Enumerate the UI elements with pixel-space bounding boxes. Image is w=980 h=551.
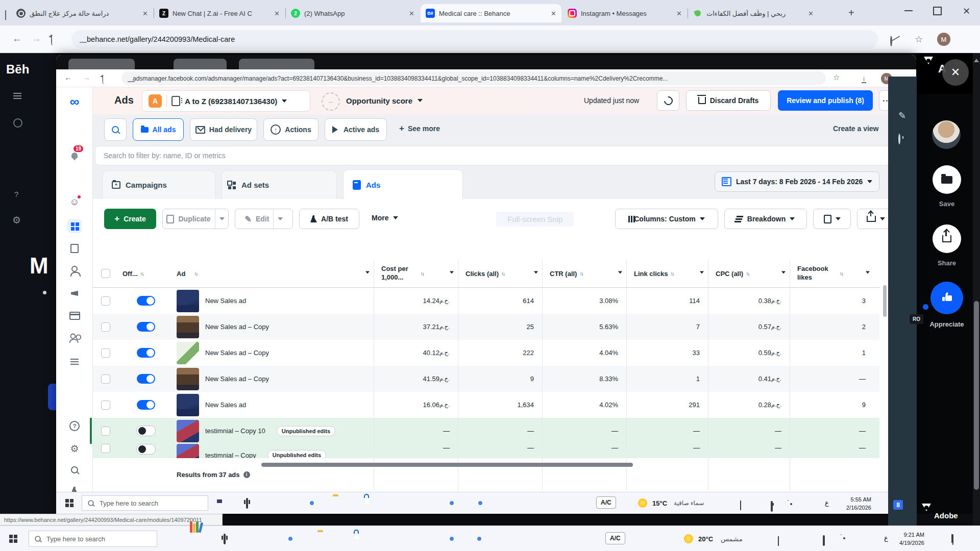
opportunity-score-label[interactable]: Opportunity score bbox=[346, 96, 412, 105]
ad-name[interactable]: New Sales ad – Copy bbox=[205, 323, 269, 331]
column-header-facebook-likes[interactable]: Facebook likes↑↓ bbox=[790, 260, 874, 287]
table-row[interactable]: testimnial – Copy Unpublished edits — — … bbox=[93, 444, 879, 458]
row-checkbox[interactable] bbox=[101, 374, 110, 384]
ad-toggle[interactable] bbox=[137, 322, 155, 332]
owner-avatar[interactable] bbox=[932, 120, 961, 149]
ad-toggle[interactable] bbox=[137, 374, 155, 384]
chrome-app-icon[interactable] bbox=[445, 496, 458, 510]
inner-reload-button[interactable] bbox=[102, 76, 104, 83]
network-icon[interactable] bbox=[787, 501, 789, 510]
tab-campaigns[interactable]: Campaigns bbox=[102, 170, 215, 199]
ac-widget[interactable]: A/C bbox=[596, 496, 616, 509]
tab-close-icon[interactable]: ✕ bbox=[676, 10, 682, 17]
search-button[interactable] bbox=[104, 118, 127, 141]
tab-close-icon[interactable]: ✕ bbox=[274, 10, 280, 17]
inner-tab[interactable] bbox=[68, 59, 135, 69]
create-button[interactable]: +Create bbox=[104, 209, 156, 229]
tab-close-icon[interactable]: ✕ bbox=[808, 10, 814, 17]
firefox-app-icon[interactable] bbox=[418, 496, 431, 510]
chrome-app-icon[interactable] bbox=[473, 532, 486, 545]
columns-button[interactable]: Columns: Custom bbox=[615, 209, 718, 229]
window-close-button[interactable]: ✕ bbox=[963, 6, 970, 17]
taskbar-search-input[interactable]: Type here to search bbox=[82, 495, 208, 511]
inner-bookmark-star-icon[interactable]: ☆ bbox=[833, 73, 840, 81]
row-checkbox[interactable] bbox=[101, 322, 110, 332]
weather-condition[interactable]: مشمس bbox=[721, 535, 743, 543]
account-selector[interactable]: A A to Z (692381407136430) bbox=[142, 90, 310, 112]
tab-search-chevron-icon[interactable] bbox=[5, 10, 6, 19]
chevron-down-icon[interactable] bbox=[278, 217, 283, 220]
row-checkbox[interactable] bbox=[101, 400, 110, 410]
collaborators-icon[interactable] bbox=[67, 331, 82, 345]
task-view-button[interactable] bbox=[246, 499, 248, 508]
ad-toggle[interactable] bbox=[136, 444, 156, 455]
clock-widget[interactable]: 9:21 AM4/19/2026 bbox=[899, 531, 924, 547]
meta-logo-icon[interactable]: ∞ bbox=[67, 94, 82, 109]
ad-toggle[interactable] bbox=[137, 348, 155, 358]
inner-back-button[interactable]: ← bbox=[64, 73, 72, 82]
ad-name[interactable]: New Sales ad bbox=[205, 401, 246, 409]
save-button[interactable] bbox=[933, 165, 961, 194]
task-view-button[interactable] bbox=[224, 535, 226, 544]
refresh-button[interactable] bbox=[657, 90, 679, 111]
ad-name[interactable]: New Sales ad – Copy bbox=[205, 349, 269, 357]
bookmark-star-icon[interactable]: ☆ bbox=[915, 35, 923, 44]
column-header-ad[interactable]: Ad↑↓ bbox=[174, 260, 374, 287]
ad-name[interactable]: testimnial – Copy bbox=[205, 452, 256, 459]
browser-tab[interactable]: ربحي | وظّف أفضل الكفاءات ✕ bbox=[688, 4, 819, 22]
ad-toggle[interactable] bbox=[137, 296, 155, 306]
clock-widget[interactable]: 5:55 AM2/16/2026 bbox=[846, 496, 871, 512]
chrome-app-icon[interactable] bbox=[284, 532, 297, 545]
table-search-input[interactable]: Search to filter by: name, ID or metrics bbox=[95, 146, 891, 165]
table-row[interactable]: New Sales ad 16.06ج.م. 1,634 4.02% 291 0… bbox=[93, 392, 879, 418]
table-row[interactable]: New Sales ad – Copy 37.21ج.م. 25 5.63% 7… bbox=[93, 314, 879, 340]
column-header-off[interactable]: Off...↑↓ bbox=[118, 260, 174, 287]
weather-condition[interactable]: سماء صافية bbox=[674, 499, 704, 507]
filter-actions[interactable]: ↑Actions bbox=[263, 118, 318, 141]
tab-close-icon[interactable]: ✕ bbox=[551, 10, 556, 17]
reload-button[interactable] bbox=[51, 36, 53, 45]
more-button[interactable]: More bbox=[372, 214, 398, 222]
ad-name[interactable]: New Sales ad bbox=[205, 297, 246, 305]
chrome-app-icon[interactable] bbox=[474, 496, 487, 510]
appreciate-button[interactable] bbox=[930, 282, 963, 314]
ab-test-button[interactable]: A/B test bbox=[299, 209, 359, 229]
password-eye-icon[interactable] bbox=[890, 37, 892, 46]
forward-button[interactable]: → bbox=[32, 33, 41, 44]
store-app-icon[interactable] bbox=[360, 496, 374, 510]
weather-temp[interactable]: 20°C bbox=[698, 535, 713, 543]
search-nav-icon[interactable] bbox=[67, 463, 82, 477]
table-row[interactable]: New Sales ad 14.24ج.م. 614 3.08% 114 0.3… bbox=[93, 288, 879, 314]
back-button[interactable]: ← bbox=[12, 33, 22, 44]
inner-tab[interactable] bbox=[239, 59, 314, 69]
column-header-cpc[interactable]: CPC (all)↑↓ bbox=[708, 260, 790, 287]
edit-button[interactable]: ✎Edit bbox=[235, 209, 293, 229]
all-tools-icon[interactable] bbox=[67, 355, 82, 369]
filter-active-ads[interactable]: Active ads bbox=[325, 118, 387, 141]
chrome-app-icon[interactable] bbox=[305, 496, 318, 510]
experiments-nav-icon[interactable] bbox=[67, 483, 82, 492]
tab-close-icon[interactable]: ✕ bbox=[142, 10, 148, 17]
window-restore-button[interactable] bbox=[933, 7, 942, 15]
pages-nav-icon[interactable] bbox=[67, 241, 82, 256]
filter-all-ads[interactable]: All ads bbox=[133, 118, 184, 141]
language-indicator[interactable]: ع bbox=[825, 499, 829, 507]
help-nav-icon[interactable]: ? bbox=[67, 419, 82, 433]
browser-tab[interactable]: Instagram • Messages ✕ bbox=[562, 4, 687, 22]
taskbar-search-input[interactable]: Type here to search bbox=[29, 531, 157, 547]
reports-button[interactable] bbox=[813, 209, 851, 229]
inner-forward-button[interactable]: → bbox=[83, 73, 90, 82]
table-horizontal-scrollbar[interactable] bbox=[261, 463, 633, 467]
table-row[interactable]: New Sales ad – Copy 40.12ج.م. 222 4.04% … bbox=[93, 340, 879, 366]
ac-widget[interactable]: A/C bbox=[605, 532, 625, 544]
date-range-selector[interactable]: Last 7 days: 8 Feb 2026 - 14 Feb 2026 bbox=[715, 171, 879, 192]
row-checkbox[interactable] bbox=[101, 427, 110, 436]
folder-app-icon[interactable] bbox=[317, 532, 331, 545]
notifications-icon[interactable]: 19 bbox=[67, 148, 82, 163]
edge-app-icon[interactable] bbox=[382, 532, 395, 545]
history-icon[interactable] bbox=[898, 135, 900, 144]
ad-toggle[interactable] bbox=[136, 425, 156, 436]
notifications-icon[interactable] bbox=[952, 535, 953, 544]
opportunity-chevron-icon[interactable] bbox=[418, 99, 423, 102]
tab-ad-sets[interactable]: Ad sets bbox=[222, 170, 337, 199]
